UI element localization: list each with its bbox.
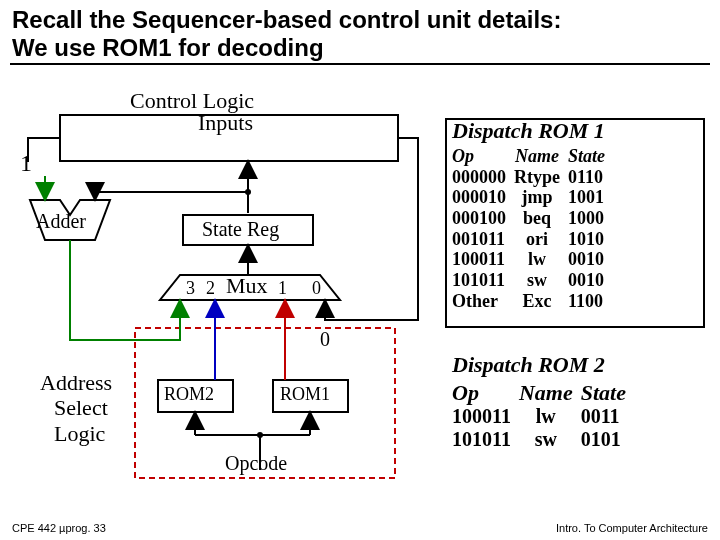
rom1-title: Dispatch ROM 1 [452,118,613,144]
rom2-h-state: State [581,380,634,405]
rom1-h-op: Op [452,146,514,167]
one-constant-label: 1 [20,150,32,177]
rom1-h-state: State [568,146,613,167]
opcode-label: Opcode [225,452,287,475]
inputs-label: Inputs [198,110,253,136]
svg-point-11 [245,189,251,195]
rom1-box-label: ROM1 [280,384,330,405]
footer-right: Intro. To Computer Architecture [556,522,708,534]
footer-left: CPE 442 µprog. 33 [12,522,106,534]
table-row: 101011sw0101 [452,428,634,451]
rom1-h-name: Name [514,146,568,167]
mux-port-1: 1 [278,278,287,299]
asl-line3: Logic [40,421,105,446]
dispatch-rom2-table: Dispatch ROM 2 Op Name State 100011lw001… [452,352,634,451]
mux-port-0: 0 [312,278,321,299]
mux-label: Mux [226,273,268,299]
table-row: 101011sw0010 [452,270,613,291]
state-reg-label: State Reg [202,218,279,241]
adder-label: Adder [36,210,86,233]
svg-point-19 [257,432,263,438]
table-row: 000000Rtype0110 [452,167,613,188]
asl-line1: Address [40,370,112,395]
asl-line2: Select [40,395,108,420]
rom2-h-name: Name [519,380,581,405]
table-row: 001011ori1010 [452,229,613,250]
mux-port-3: 3 [186,278,195,299]
rom2-title: Dispatch ROM 2 [452,352,634,378]
rom2-table: Op Name State 100011lw0011 101011sw0101 [452,380,634,451]
table-row: 000010jmp1001 [452,187,613,208]
rom2-box-label: ROM2 [164,384,214,405]
table-row: OtherExc1100 [452,291,613,312]
mux-port-2: 2 [206,278,215,299]
table-row: 100011lw0011 [452,405,634,428]
zero-constant-label: 0 [320,328,330,351]
rom2-h-op: Op [452,380,519,405]
rom1-table: Op Name State 000000Rtype0110 000010jmp1… [452,146,613,312]
dispatch-rom1-table: Dispatch ROM 1 Op Name State 000000Rtype… [452,118,613,312]
table-row: 100011lw0010 [452,249,613,270]
address-select-logic-label: Address Select Logic [40,370,112,446]
table-row: 000100beq1000 [452,208,613,229]
